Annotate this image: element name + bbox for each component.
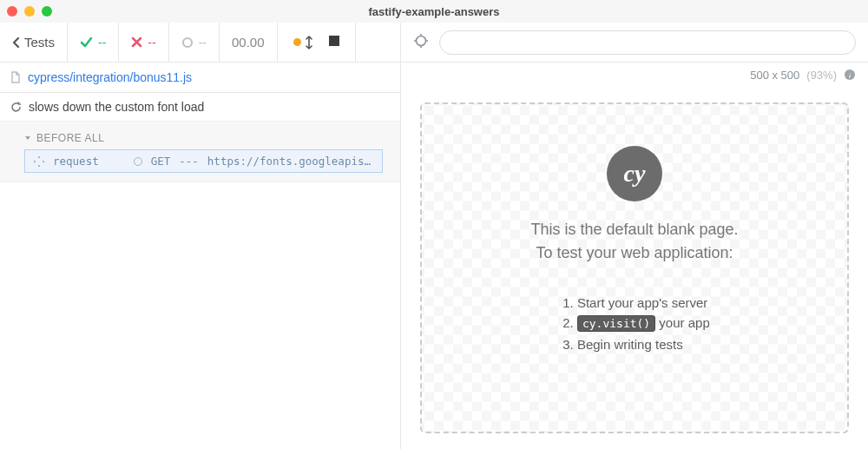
command-dash: --- (179, 155, 199, 168)
test-duration: 00.00 (220, 23, 278, 62)
hook-section: BEFORE ALL request GET --- https://fonts… (0, 122, 400, 182)
stop-icon (329, 36, 339, 46)
svg-rect-1 (329, 36, 339, 46)
svg-point-2 (417, 36, 426, 46)
command-url: https://fonts.googleapis… (207, 155, 371, 168)
command-method: GET (151, 155, 171, 168)
back-label: Tests (24, 35, 55, 50)
caret-down-icon (24, 135, 31, 142)
refresh-icon (10, 102, 22, 113)
window-titlebar: fastify-example-answers (0, 0, 868, 23)
command-row-request[interactable]: request GET --- https://fonts.googleapis… (24, 149, 383, 173)
test-title-row[interactable]: slows down the custom font load (0, 93, 400, 122)
maximize-window-button[interactable] (42, 6, 52, 17)
hook-label: BEFORE ALL (36, 132, 104, 144)
command-name: request (53, 155, 99, 168)
blank-page-steps: Start your app's server cy.visit() your … (559, 290, 710, 357)
app-preview-pane: 500 x 500 (93%) i cy This is the default… (401, 23, 868, 449)
runner-toolbar: Tests -- -- -- 00.00 (0, 23, 400, 63)
dot-icon (293, 38, 301, 46)
viewport-info[interactable]: 500 x 500 (93%) i (401, 63, 868, 87)
check-icon (80, 36, 93, 49)
traffic-lights (7, 6, 52, 17)
stop-button[interactable] (329, 36, 339, 49)
autoscroll-toggle[interactable] (293, 36, 313, 50)
spec-file-path: cypress/integration/bonus11.js (28, 70, 192, 84)
blank-page-placeholder: cy This is the default blank page. To te… (420, 102, 849, 433)
close-window-button[interactable] (7, 6, 17, 17)
passed-count: -- (68, 23, 119, 62)
back-to-tests-button[interactable]: Tests (0, 23, 68, 62)
step-3: Begin writing tests (562, 337, 710, 352)
url-input[interactable] (439, 30, 856, 55)
viewport-size: 500 x 500 (750, 69, 799, 82)
selector-playground-button[interactable] (413, 33, 429, 51)
svg-point-0 (183, 38, 192, 47)
arrows-vertical-icon (305, 36, 313, 50)
spinner-icon (34, 156, 44, 167)
circle-icon (181, 36, 194, 49)
window-title: fastify-example-answers (7, 5, 861, 18)
passed-value: -- (98, 36, 106, 50)
file-icon (10, 71, 21, 83)
chevron-left-icon (12, 36, 21, 49)
test-runner-pane: Tests -- -- -- 00.00 (0, 23, 401, 449)
blank-page-line2: To test your web application: (536, 244, 733, 262)
hook-before-all[interactable]: BEFORE ALL (0, 125, 400, 149)
x-icon (131, 36, 142, 48)
spec-file-row[interactable]: cypress/integration/bonus11.js (0, 63, 400, 93)
pending-value: -- (199, 36, 207, 50)
preview-toolbar (401, 23, 868, 63)
test-title: slows down the custom font load (29, 100, 204, 114)
crosshair-icon (413, 33, 429, 49)
minimize-window-button[interactable] (24, 6, 35, 17)
failed-count: -- (119, 23, 168, 62)
step-2: cy.visit() your app (562, 315, 710, 332)
cypress-logo-icon: cy (607, 146, 662, 201)
step-1: Start your app's server (562, 295, 710, 310)
blank-page-line1: This is the default blank page. (530, 221, 738, 239)
failed-value: -- (148, 36, 155, 50)
circle-icon (134, 157, 142, 166)
info-icon: i (844, 69, 856, 81)
step-2-rest: your app (655, 315, 710, 330)
viewport-scale: (93%) (806, 69, 837, 82)
pending-count: -- (169, 23, 220, 62)
preview-area: cy This is the default blank page. To te… (401, 87, 868, 449)
code-pill: cy.visit() (577, 315, 655, 332)
